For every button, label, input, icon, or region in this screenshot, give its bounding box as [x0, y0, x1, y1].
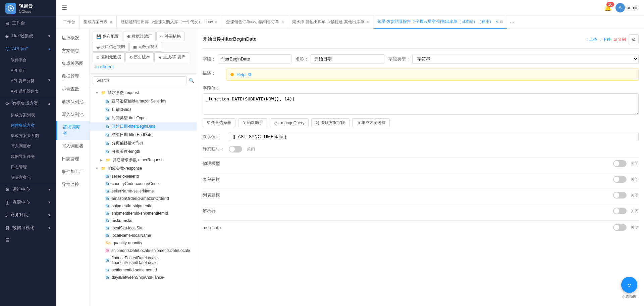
tab-settings-icon[interactable]: ⊡: [500, 20, 503, 24]
tree-node-begin-date[interactable]: Sr 开始日期-filterBeginDate: [90, 122, 197, 131]
mongo-query-button[interactable]: ◇ _mongoQuery: [270, 118, 309, 127]
sidebar-item-integration-rel[interactable]: 集成方案关系图: [0, 131, 56, 141]
tabs-more-btn[interactable]: ⋯: [507, 19, 517, 25]
nav-item-request-queue[interactable]: 请求队列池: [56, 95, 90, 108]
help-link[interactable]: Help: [236, 72, 246, 77]
patch-button[interactable]: ✏ 补漏措施: [156, 32, 184, 41]
sidebar-item-workspace[interactable]: ⊞ 工作台: [0, 17, 56, 30]
tree-node-country-code[interactable]: Sr countryCode-countryCode: [90, 180, 197, 187]
tab-close-icon[interactable]: ✕: [215, 20, 218, 24]
down-action[interactable]: ↓ 下移: [600, 37, 611, 42]
tree-node-other-request[interactable]: ▶ 📁 其它请求参数-otherRequest: [90, 156, 197, 164]
search-icon[interactable]: 🔍: [189, 78, 194, 83]
nav-item-plan-info[interactable]: 方案信息: [56, 44, 90, 57]
tab-integration-list[interactable]: 集成方案列表 ✕: [79, 15, 117, 29]
sidebar-item-ops[interactable]: ⚙ 运维中心 ▼: [0, 183, 56, 196]
tree-node-shipment-id[interactable]: Sr shipmentId-shipmentId: [90, 202, 197, 210]
history-button[interactable]: ⟲ 历史版本: [125, 52, 154, 62]
tree-node-days-between[interactable]: Sr daysBetweenShipAndFiance-: [90, 274, 197, 281]
tree-node-time-type[interactable]: Sr 时间类型-timeType: [90, 114, 197, 122]
func-helper-button[interactable]: fx 函数助手: [238, 118, 267, 127]
save-config-button[interactable]: 💾 保存配置: [93, 32, 122, 41]
intelligent-link[interactable]: intelligent: [93, 63, 116, 71]
tree-node-amazon-seller-ids[interactable]: Sr 亚马逊店铺id-amazonSellerIds: [90, 97, 197, 105]
notification-bell[interactable]: 🔔 10: [604, 4, 611, 11]
field-input[interactable]: [218, 54, 291, 63]
nav-item-log-mgmt2[interactable]: 日志管理: [56, 152, 90, 165]
search-input[interactable]: [93, 76, 187, 84]
tree-node-end-date[interactable]: Sr 结束日期-filterEndDate: [90, 131, 197, 139]
sidebar-item-resource[interactable]: ◫ 资源中心 ▼: [0, 196, 56, 209]
nav-item-integration-map[interactable]: 集成关系图: [56, 57, 90, 70]
tree-node-shipment-item-id[interactable]: Sr shipmentItemId-shipmentItemId: [90, 210, 197, 217]
tab-workspace[interactable]: 工作台: [59, 15, 79, 29]
tree-node-seller-name[interactable]: Sr sellerName-sellerName: [90, 187, 197, 195]
settings-button[interactable]: ⚙: [629, 34, 639, 44]
sidebar-item-api-assets[interactable]: ⬡ API 资产 ▲: [0, 42, 56, 55]
sidebar-item-data-integration[interactable]: ⟳ 数据集成方案 ▲: [0, 97, 56, 110]
sidebar-item-software[interactable]: 软件平台: [0, 55, 56, 65]
nav-item-overview[interactable]: 运行概况: [56, 32, 90, 44]
tree-node-response-params[interactable]: ▼ 📁 响应参数-response: [90, 164, 197, 173]
tab-close-icon[interactable]: ✕: [110, 20, 112, 24]
sidebar-item-dataviz[interactable]: ▦ 数据可视化 ▼: [0, 221, 56, 234]
tab-jushuitan[interactable]: 聚水潭-其他出库单-->畅捷通-其他出库单 ✕: [288, 15, 373, 29]
tree-node-finance-date[interactable]: Sr financePostedDateLocale-financePosted…: [90, 254, 197, 266]
nav-item-write-dispatch2[interactable]: 写入调度者: [56, 140, 90, 152]
sidebar-item-lite[interactable]: ◈ Lite 轻集成 ▼: [0, 30, 56, 42]
sidebar-item-api-sub[interactable]: API 资产: [0, 65, 56, 76]
static-toggle[interactable]: [229, 146, 242, 152]
tree-node-store-id[interactable]: Sr 店铺id-sids: [90, 105, 197, 114]
default-input[interactable]: [229, 132, 639, 141]
interface-view-button[interactable]: ◎ 接口信息视图: [93, 42, 129, 52]
related-field-button[interactable]: ⛓ 关联方案字段: [311, 118, 350, 127]
list-build-toggle[interactable]: [613, 192, 627, 199]
tab-close-icon[interactable]: ✕: [366, 20, 369, 24]
sidebar-item-menu[interactable]: ☰: [0, 234, 56, 246]
sidebar-item-integration-list[interactable]: 集成方案列表: [0, 110, 56, 120]
tab-wangdian[interactable]: 旺店通销售出库-->全蝶采购入库（一件代发）_copy ✕: [117, 15, 222, 29]
name-input[interactable]: [311, 54, 384, 63]
value-textarea[interactable]: _function DATE(SUBDATE(NOW(), 14)): [203, 93, 639, 115]
type-select[interactable]: 字符串 数字 布尔 日期: [412, 54, 639, 64]
tree-node-offset[interactable]: Sr 分页偏移量-offset: [90, 139, 197, 147]
gen-api-button[interactable]: ★ 生成API资产: [154, 52, 189, 62]
table-build-toggle[interactable]: [613, 176, 627, 183]
nav-item-write-queue[interactable]: 写入队列池: [56, 108, 90, 121]
tree-node-local-sku[interactable]: Sr localSku-localSku: [90, 224, 197, 232]
meta-view-button[interactable]: ▦ 元数据视图: [129, 42, 162, 52]
tree-node-local-name[interactable]: Sr localName-localName: [90, 232, 197, 239]
copy-data-button[interactable]: ⊡ 复制元数据: [93, 52, 125, 62]
tree-node-shipments-date[interactable]: ◎ shipmentsDateLocale-shipmentsDateLocal…: [90, 247, 197, 254]
tree-node-amazon-order-id[interactable]: Sr amazonOrderId-amazonOrderId: [90, 195, 197, 202]
tab-lingshou[interactable]: 领星-发货结算报告=>全蝶云星空-销售出库单（日本站）（在用） ✕ ⊡: [373, 15, 507, 29]
tree-node-length[interactable]: Sr 分页长度-length: [90, 147, 197, 156]
nav-item-request-dispatch[interactable]: 请求调度者: [56, 121, 90, 140]
var-selector-button[interactable]: ∇ 变量选择器: [203, 118, 235, 127]
tab-jinding[interactable]: 金蝶销售订单=>小满销售订单 ✕: [222, 15, 288, 29]
hamburger-icon[interactable]: ☰: [62, 4, 67, 11]
sidebar-item-api-category[interactable]: API 资产分类 ▼: [0, 76, 56, 86]
sidebar-item-api-adapter[interactable]: API 适配器列表: [0, 86, 56, 97]
up-action[interactable]: ↑ 上移: [586, 37, 597, 42]
sidebar-item-write-dispatch[interactable]: 写入调度者: [0, 141, 56, 151]
nav-item-data-mgmt[interactable]: 数据管理: [56, 70, 90, 83]
tab-close-icon[interactable]: ✕: [495, 20, 498, 24]
data-filter-button[interactable]: ⚙ 数据过滤厂: [123, 32, 156, 41]
sidebar-item-log[interactable]: 日志管理: [0, 162, 56, 172]
tree-node-msku[interactable]: Sr msku-msku: [90, 217, 197, 224]
nav-item-anomaly-monitor[interactable]: 异常监控: [56, 178, 90, 191]
external-link-icon[interactable]: ⧉: [248, 72, 251, 77]
tree-node-seller-id[interactable]: Sr sellerId-sellerId: [90, 173, 197, 180]
tree-node-settlement-id[interactable]: Sr settlementId-settlementId: [90, 266, 197, 274]
sidebar-item-finance[interactable]: ₿ 财务对账 ▼: [0, 209, 56, 221]
tree-node-request-params[interactable]: ▼ 📁 请求参数-request: [90, 89, 197, 97]
assistant-bubble[interactable]: [621, 277, 637, 293]
physical-model-toggle[interactable]: [613, 160, 627, 167]
tab-close-icon[interactable]: ✕: [281, 20, 284, 24]
nav-item-xiao-qing[interactable]: 小青查数: [56, 83, 90, 95]
nav-item-event-factory[interactable]: 事件加工厂: [56, 165, 90, 178]
user-menu[interactable]: A admin: [615, 3, 639, 12]
sidebar-item-solution-pkg[interactable]: 解决方案包: [0, 172, 56, 183]
parser-toggle[interactable]: [613, 208, 627, 214]
